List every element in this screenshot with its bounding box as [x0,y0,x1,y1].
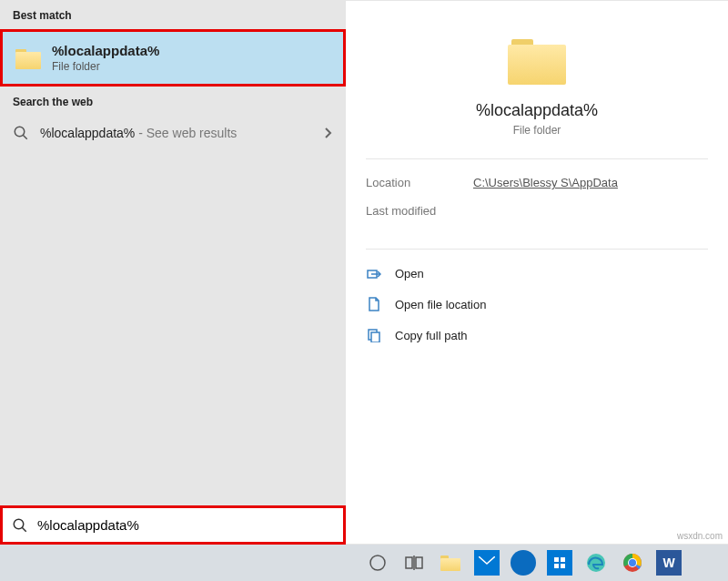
svg-point-0 [15,127,25,137]
action-open-location-label: Open file location [395,298,486,311]
svg-rect-9 [416,557,422,568]
action-open-location[interactable]: Open file location [366,289,708,320]
search-results-pane: Best match %localappdata% File folder Se… [0,0,346,545]
chevron-right-icon [324,127,333,139]
action-open-label: Open [395,267,424,280]
svg-rect-6 [371,332,379,342]
location-label: Location [366,176,448,189]
word-icon[interactable]: W [655,549,682,576]
svg-rect-14 [554,564,559,568]
svg-line-3 [22,527,26,532]
last-modified-label: Last modified [366,204,448,218]
open-icon [366,268,382,280]
mail-icon[interactable] [473,549,500,576]
folder-icon [508,36,566,85]
search-icon [13,125,29,141]
watermark: wsxdn.com [677,531,723,541]
preview-title: %localappdata% [364,101,710,120]
edge-icon[interactable] [582,549,610,576]
search-input[interactable] [37,517,334,533]
svg-point-20 [629,559,636,566]
copy-icon [366,328,382,342]
svg-rect-12 [554,557,559,562]
store-icon[interactable] [546,549,573,576]
task-view-icon[interactable] [400,549,428,576]
svg-rect-13 [561,557,565,562]
action-copy-path-label: Copy full path [395,329,468,342]
best-match-title: %localappdata% [52,43,159,58]
search-icon [12,517,28,534]
cortana-icon[interactable] [364,549,391,576]
action-copy-path[interactable]: Copy full path [366,320,708,351]
file-explorer-icon[interactable] [437,549,464,576]
web-result-suffix: - See web results [135,126,237,140]
svg-point-7 [370,556,385,570]
folder-icon [15,47,41,69]
best-match-result[interactable]: %localappdata% File folder [0,29,346,87]
svg-rect-15 [561,564,565,568]
location-link[interactable]: C:\Users\Blessy S\AppData [473,176,618,189]
web-result-item[interactable]: %localappdata% - See web results [0,116,346,150]
search-web-header: Search the web [0,87,346,116]
chrome-icon[interactable] [619,549,646,576]
best-match-header: Best match [0,0,346,29]
svg-line-1 [23,135,27,139]
action-open[interactable]: Open [366,259,708,289]
web-result-title: %localappdata% [40,126,135,140]
svg-rect-8 [406,557,412,568]
app-tile-icon[interactable] [510,549,537,576]
taskbar: W [0,545,728,581]
svg-point-2 [14,519,24,529]
best-match-subtitle: File folder [52,60,159,73]
preview-pane: %localappdata% File folder Location C:\U… [346,1,728,544]
preview-subtitle: File folder [364,124,710,137]
file-location-icon [366,297,382,311]
search-bar[interactable] [0,505,346,545]
